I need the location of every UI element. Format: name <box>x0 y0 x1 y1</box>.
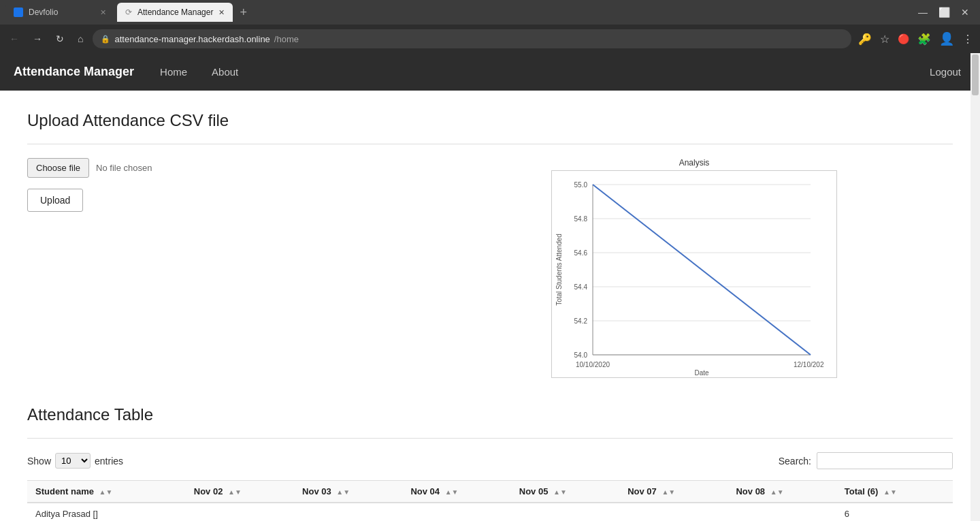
col-nov03[interactable]: Nov 03 ▲▼ <box>294 481 402 503</box>
entries-select[interactable]: 10 25 50 100 <box>55 453 91 469</box>
col-nov04[interactable]: Nov 04 ▲▼ <box>402 481 510 503</box>
cell-nov04 <box>402 503 510 521</box>
svg-text:10/10/2020: 10/10/2020 <box>576 361 610 368</box>
navbar: Attendance Manager Home About Logout <box>0 53 980 91</box>
upload-controls: Choose file No file chosen Upload <box>27 158 436 212</box>
new-tab-button[interactable]: + <box>235 5 251 20</box>
nav-about[interactable]: About <box>206 63 244 80</box>
show-label: Show <box>27 456 51 467</box>
cell-student-name: Aditya Prasad [] <box>27 503 186 521</box>
minimize-button[interactable]: — <box>918 7 928 18</box>
menu-button[interactable]: ⋮ <box>961 31 975 47</box>
col-nov08[interactable]: Nov 08 ▲▼ <box>728 481 836 503</box>
search-area: Search: <box>779 452 953 469</box>
logout-button[interactable]: Logout <box>924 63 966 80</box>
key-icon[interactable]: 🔑 <box>857 31 873 47</box>
sort-arrows-total: ▲▼ <box>883 488 897 496</box>
col-student-name[interactable]: Student name ▲▼ <box>27 481 186 503</box>
svg-line-18 <box>593 185 811 355</box>
forward-button[interactable]: → <box>29 31 46 47</box>
star-icon[interactable]: ☆ <box>879 31 891 47</box>
upload-area: Choose file No file chosen Upload Analys… <box>27 158 953 378</box>
reload-button[interactable]: ↻ <box>52 31 68 47</box>
scrollbar-thumb[interactable] <box>972 54 979 95</box>
upload-divider <box>27 144 953 144</box>
cell-nov07 <box>619 503 728 521</box>
chart-title: Analysis <box>551 158 837 168</box>
app-wrapper: Attendance Manager Home About Logout Upl… <box>0 53 980 521</box>
upload-title: Upload Attendance CSV file <box>27 111 953 130</box>
svg-text:54.8: 54.8 <box>574 215 588 223</box>
loading-spinner-icon: ⟳ <box>125 7 132 17</box>
tab-attendance-label: Attendance Manager <box>137 7 213 17</box>
show-entries: Show 10 25 50 100 entries <box>27 453 123 469</box>
cell-nov03 <box>294 503 402 521</box>
no-file-chosen-text: No file chosen <box>96 163 152 173</box>
col-total[interactable]: Total (6) ▲▼ <box>836 481 953 503</box>
maximize-button[interactable]: ⬜ <box>938 7 950 18</box>
svg-text:54.6: 54.6 <box>574 249 588 257</box>
nav-home[interactable]: Home <box>154 63 193 80</box>
home-button[interactable]: ⌂ <box>74 31 87 47</box>
url-path: /home <box>274 34 299 44</box>
cell-nov02 <box>186 503 294 521</box>
lock-icon: 🔒 <box>101 35 110 44</box>
svg-text:12/10/2020: 12/10/2020 <box>794 361 824 368</box>
analysis-chart: 55.0 54.8 54.6 54.4 54.2 54.0 Total Stud… <box>552 171 824 375</box>
navbar-brand: Attendance Manager <box>14 65 134 79</box>
sort-arrows-nov05: ▲▼ <box>553 488 567 496</box>
search-input[interactable] <box>817 452 953 469</box>
tab-bar: Devfolio ✕ ⟳ Attendance Manager ✕ + — ⬜ … <box>0 0 980 25</box>
tab-devfolio-label: Devfolio <box>29 7 58 17</box>
entries-label: entries <box>95 456 123 467</box>
devfolio-favicon <box>14 7 23 17</box>
col-nov07[interactable]: Nov 07 ▲▼ <box>619 481 728 503</box>
chart-container: Analysis <box>436 158 953 378</box>
back-button[interactable]: ← <box>5 31 23 47</box>
svg-text:Date: Date <box>694 369 709 375</box>
browser-chrome: Devfolio ✕ ⟳ Attendance Manager ✕ + — ⬜ … <box>0 0 980 521</box>
browser-actions: 🔑 ☆ 🔴 🧩 👤 ⋮ <box>857 30 975 48</box>
url-host: attendance-manager.hackerdash.online <box>114 34 270 44</box>
close-window-button[interactable]: ✕ <box>961 7 969 18</box>
address-bar[interactable]: 🔒 attendance-manager.hackerdash.online/h… <box>93 29 851 48</box>
window-controls: — ⬜ ✕ <box>918 7 975 18</box>
table-body: Aditya Prasad [] 6 <box>27 503 953 521</box>
tab-devfolio[interactable]: Devfolio ✕ <box>5 3 114 22</box>
upload-button[interactable]: Upload <box>27 189 83 212</box>
col-nov02[interactable]: Nov 02 ▲▼ <box>186 481 294 503</box>
upload-section: Upload Attendance CSV file Choose file N… <box>27 111 953 378</box>
table-controls: Show 10 25 50 100 entries Search: <box>27 452 953 469</box>
tab-attendance[interactable]: ⟳ Attendance Manager ✕ <box>117 3 233 22</box>
navbar-links: Home About <box>154 63 244 80</box>
svg-text:54.2: 54.2 <box>574 317 588 325</box>
close-tab-devfolio[interactable]: ✕ <box>100 8 106 17</box>
chart-wrapper: Analysis <box>551 158 837 378</box>
main-content: Upload Attendance CSV file Choose file N… <box>0 91 980 521</box>
puzzle-icon[interactable]: 🧩 <box>916 31 932 47</box>
sort-arrows-student: ▲▼ <box>99 488 113 496</box>
table-head: Student name ▲▼ Nov 02 ▲▼ Nov 03 ▲▼ <box>27 481 953 503</box>
svg-text:54.4: 54.4 <box>574 283 588 291</box>
address-bar-row: ← → ↻ ⌂ 🔒 attendance-manager.hackerdash.… <box>0 25 980 53</box>
col-nov05[interactable]: Nov 05 ▲▼ <box>511 481 619 503</box>
cell-total: 6 <box>836 503 953 521</box>
table-title: Attendance Table <box>27 405 953 424</box>
sort-arrows-nov04: ▲▼ <box>445 488 459 496</box>
attendance-table: Student name ▲▼ Nov 02 ▲▼ Nov 03 ▲▼ <box>27 480 953 521</box>
table-header-row: Student name ▲▼ Nov 02 ▲▼ Nov 03 ▲▼ <box>27 481 953 503</box>
close-tab-attendance[interactable]: ✕ <box>218 8 225 17</box>
profile-avatar[interactable]: 👤 <box>938 30 956 48</box>
choose-file-button[interactable]: Choose file <box>27 158 89 178</box>
sort-arrows-nov08: ▲▼ <box>770 488 784 496</box>
cell-nov08 <box>728 503 836 521</box>
sort-arrows-nov02: ▲▼ <box>228 488 242 496</box>
extension-icon[interactable]: 🔴 <box>896 32 911 46</box>
browser-scrollbar[interactable] <box>970 53 980 521</box>
svg-text:55.0: 55.0 <box>574 181 588 189</box>
table-divider <box>27 438 953 439</box>
svg-text:Total Students Attended: Total Students Attended <box>555 234 563 306</box>
sort-arrows-nov03: ▲▼ <box>336 488 350 496</box>
file-input-row: Choose file No file chosen <box>27 158 436 178</box>
chart-svg: 55.0 54.8 54.6 54.4 54.2 54.0 Total Stud… <box>551 170 837 378</box>
